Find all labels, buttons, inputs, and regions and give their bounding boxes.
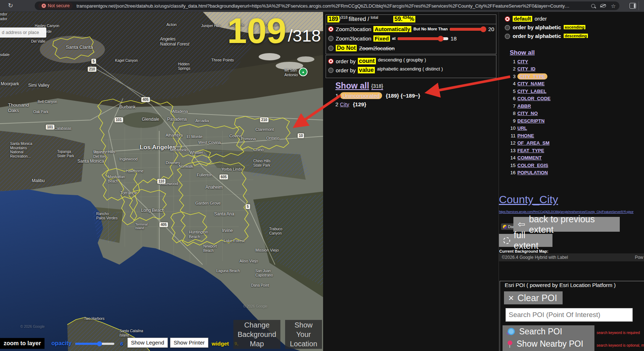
- show-all-fields-link[interactable]: Show all: [510, 49, 551, 57]
- show-legend-button[interactable]: Show Legend: [127, 338, 168, 348]
- field-item-link[interactable]: OF_AREA_SM: [517, 140, 550, 146]
- show-all-count: {318}: [371, 83, 383, 89]
- radio-selected-icon[interactable]: [505, 16, 510, 22]
- eye-off-icon[interactable]: [600, 4, 606, 8]
- field-item-link[interactable]: CITY_LABEL: [517, 89, 546, 94]
- map-label: Santa MonicaMountainsNationalRecreation.…: [10, 142, 32, 158]
- field-number: 11: [510, 132, 516, 140]
- map-label: El Monte: [187, 134, 202, 139]
- show-your-location-button[interactable]: Show Your Location: [285, 320, 322, 349]
- field-item-link[interactable]: ABBR: [517, 103, 531, 109]
- map-label: Covina: [229, 134, 242, 138]
- back-to-previous-extent-button[interactable]: ⇦ back to previous extent: [513, 217, 620, 232]
- alpha-ascending-option[interactable]: order by alphabetic ascending: [505, 25, 585, 30]
- radio-selected-icon[interactable]: [328, 26, 334, 32]
- show-printer-button[interactable]: Show Printer: [170, 338, 208, 348]
- default-order-option[interactable]: default order: [505, 16, 547, 22]
- radio-icon[interactable]: [505, 25, 510, 30]
- order-prefix: order by alphabetic: [513, 33, 561, 39]
- opacity-slider-knob[interactable]: [97, 341, 102, 346]
- map-label: ador: [0, 17, 7, 21]
- search-poi-button[interactable]: Search POI: [503, 325, 594, 338]
- field-item-link[interactable]: PHONE: [517, 133, 534, 138]
- address-bar[interactable]: × Not secure transparentgov.net/json2tre…: [35, 1, 619, 10]
- zoom-option-fixed[interactable]: Zoom2location Fixed at 18: [328, 35, 496, 42]
- value-row-city[interactable]: 2 City {129}: [335, 101, 366, 107]
- field-number: 15: [510, 162, 516, 170]
- clear-poi-button[interactable]: × Clear POI: [504, 291, 563, 304]
- filter-stats: 189 / 318 filtered / total 59.434%: [327, 16, 415, 22]
- field-number: 8: [510, 110, 516, 117]
- map-label: AngelesNational Forest: [160, 37, 189, 47]
- field-item-link[interactable]: COLOR_EGIS: [517, 163, 548, 168]
- field-item-link[interactable]: CITY_NAME: [517, 81, 545, 86]
- value-row-unincorporated[interactable]: 1 Unincorporated {189} {~189~}: [335, 93, 420, 99]
- order-by-value-option[interactable]: order by value alphabetic ascending ( di…: [328, 67, 496, 73]
- field-number: 13: [510, 147, 516, 155]
- full-extent-button[interactable]: full extent: [499, 234, 552, 247]
- map-label: Mt SanAntonio: [284, 68, 298, 77]
- field-row: 12OF_AREA_SM: [510, 140, 551, 147]
- map-label: Chino HillsState Park: [253, 159, 271, 167]
- field-item-link[interactable]: CITY: [517, 59, 528, 64]
- field-item-link[interactable]: COLOR_CODE: [517, 96, 551, 101]
- field-item-link[interactable]: FEAT_TYPE: [517, 148, 544, 153]
- fields-panel: default order order by alphabetic ascend…: [499, 12, 644, 351]
- field-item-link[interactable]: CITY_NO: [517, 111, 538, 116]
- radio-icon[interactable]: [505, 34, 510, 39]
- order-by-count-option[interactable]: order by count descending ( groupby ): [328, 58, 496, 64]
- zoom-option-chip: Do Not: [336, 45, 357, 51]
- zoom-to-layer-button[interactable]: zoom to layer: [0, 338, 45, 349]
- field-item-link[interactable]: POPULATION: [517, 170, 548, 175]
- map-label: RanchoPalos Verdes: [96, 212, 118, 220]
- side-panel-icon[interactable]: [630, 3, 636, 9]
- field-number: 14: [510, 154, 516, 162]
- map-label: Valyermo: [229, 23, 245, 27]
- reload-icon[interactable]: ↻: [7, 2, 14, 10]
- value-link[interactable]: City: [340, 101, 349, 107]
- radio-selected-icon[interactable]: [328, 59, 334, 64]
- field-item-link[interactable]: URL: [517, 125, 527, 131]
- show-all-values-link[interactable]: Show all{318}: [335, 81, 383, 91]
- field-item-link[interactable]: CITY_ID: [517, 66, 535, 72]
- map-label: Three Points: [211, 58, 234, 63]
- change-background-map-button[interactable]: Change Background Map: [233, 320, 280, 349]
- map-label: sdale: [0, 52, 9, 57]
- map-label: Inglewood: [119, 157, 137, 162]
- map-canvas[interactable]: ndoradorHasley CanyonVal VerdeDel ValleS…: [0, 12, 323, 351]
- highway-shield: 101: [114, 117, 123, 123]
- field-item-link[interactable]: CITY_TYPE: [517, 73, 547, 80]
- map-label: TrabucoCanyon: [269, 227, 282, 235]
- field-number: 7: [510, 103, 516, 110]
- zoom-icon[interactable]: [591, 4, 595, 8]
- max-zoom-slider[interactable]: [450, 28, 486, 31]
- service-url-link[interactable]: https://services.arcgis.com/RmCCqQtiZLDC…: [499, 210, 634, 214]
- fixed-zoom-slider[interactable]: [398, 37, 448, 40]
- map-search-input[interactable]: d address or place: [0, 27, 46, 38]
- map-label: Del Valle: [31, 39, 45, 44]
- map-label: Kagel Canyon: [115, 59, 138, 63]
- url-text[interactable]: transparentgov.net/json2tree/datahub.io/…: [76, 3, 587, 9]
- value-link[interactable]: Unincorporated: [340, 92, 382, 99]
- zoom-option-auto[interactable]: Zoom2location Automatically But No More …: [328, 26, 496, 32]
- forest-marker-icon[interactable]: ▲: [299, 68, 308, 76]
- field-item-link[interactable]: COMMENT: [517, 155, 542, 160]
- poi-search-input[interactable]: [505, 308, 633, 322]
- radio-icon[interactable]: [328, 36, 334, 41]
- not-secure-badge[interactable]: × Not secure: [38, 3, 73, 9]
- field-row: 8CITY_NO: [510, 110, 551, 117]
- stats-caption: filtered /: [349, 16, 369, 22]
- radio-icon[interactable]: [328, 46, 334, 51]
- order-chip: value: [358, 67, 375, 73]
- show-nearby-poi-button[interactable]: Show Nearby POI: [503, 338, 594, 350]
- opacity-slider[interactable]: [75, 343, 114, 345]
- alpha-descending-option[interactable]: order by alphabetic descending: [505, 33, 588, 39]
- fixed-zoom-value: 18: [450, 35, 457, 42]
- zoom-option-none[interactable]: Do Not Zoom2location: [328, 45, 496, 51]
- map-label: Lake Forest: [224, 239, 245, 243]
- map-label: Acton: [166, 22, 177, 27]
- field-item-link[interactable]: DESCRIPTN: [517, 118, 545, 124]
- bookmark-star-icon[interactable]: ☆: [611, 3, 616, 9]
- radio-icon[interactable]: [328, 68, 334, 73]
- layer-title-link[interactable]: County_City: [499, 193, 558, 206]
